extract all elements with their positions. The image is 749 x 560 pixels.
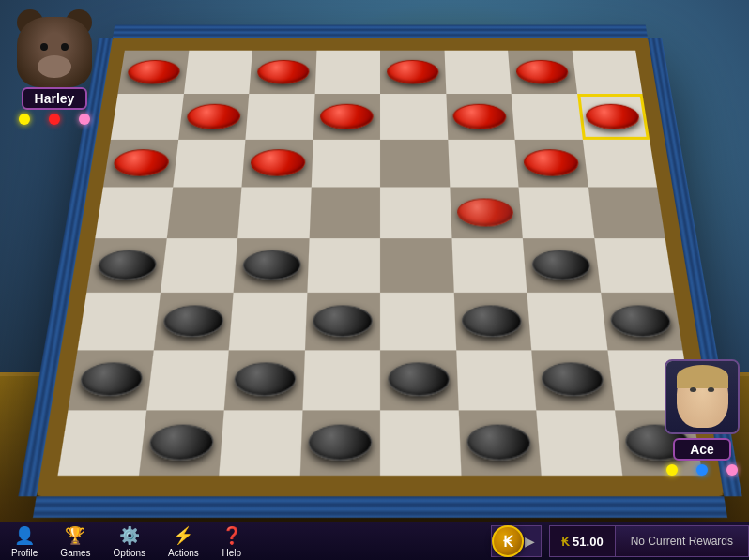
player-avatar	[666, 361, 738, 432]
rail-bottom	[33, 496, 727, 518]
cell-1-6[interactable]	[444, 51, 512, 94]
cell-2-4[interactable]	[313, 94, 380, 140]
rewards-button[interactable]: No Current Rewards	[616, 525, 749, 557]
options-icon: ⚙️	[119, 525, 140, 546]
cell-4-4[interactable]	[309, 188, 380, 238]
player-eyes	[690, 387, 714, 392]
cell-1-8[interactable]	[572, 51, 642, 94]
cell-4-3[interactable]	[237, 188, 311, 238]
cell-4-1[interactable]	[95, 188, 172, 238]
cell-8-6[interactable]	[458, 411, 542, 476]
cell-7-7[interactable]	[531, 350, 614, 411]
player-indicator-1	[666, 464, 678, 476]
cell-5-2[interactable]	[160, 238, 237, 293]
cell-8-4[interactable]	[299, 411, 380, 476]
cell-3-4[interactable]	[311, 139, 380, 187]
cell-3-6[interactable]	[448, 139, 519, 187]
cell-8-2[interactable]	[138, 411, 223, 476]
cell-1-2[interactable]	[183, 51, 252, 94]
player-indicator-3	[726, 464, 738, 476]
cell-7-6[interactable]	[456, 350, 537, 411]
cell-8-7[interactable]	[536, 411, 621, 476]
bear-snout	[38, 55, 71, 78]
cell-6-1[interactable]	[78, 293, 160, 350]
cell-8-1[interactable]	[58, 411, 146, 476]
board-frame	[37, 38, 725, 496]
cell-7-1[interactable]	[68, 350, 153, 411]
cell-4-5[interactable]	[380, 188, 451, 238]
help-icon: ❓	[222, 525, 242, 546]
actions-button[interactable]: ⚡ Actions	[157, 522, 210, 560]
cell-2-3[interactable]	[245, 94, 314, 140]
cell-3-3[interactable]	[241, 139, 313, 187]
cell-2-1[interactable]	[111, 94, 184, 140]
cell-8-5[interactable]	[380, 411, 461, 476]
cell-7-5[interactable]	[380, 350, 458, 411]
cell-1-7[interactable]	[508, 51, 576, 94]
help-button[interactable]: ❓ Help	[210, 522, 253, 560]
player-area: Ace	[665, 359, 740, 476]
cell-5-6[interactable]	[451, 238, 527, 293]
rewards-label: No Current Rewards	[631, 535, 733, 548]
cell-1-1[interactable]	[118, 51, 189, 94]
cell-4-2[interactable]	[166, 188, 241, 238]
token-area: ₭ ▶ ₭ 51.00 No Current Rewards	[491, 525, 749, 557]
cell-6-4[interactable]	[304, 293, 380, 350]
cell-6-3[interactable]	[229, 293, 307, 350]
games-icon: 🏆	[65, 525, 85, 546]
player-eye-left	[690, 387, 696, 392]
cell-3-7[interactable]	[515, 139, 588, 187]
checkerboard[interactable]	[58, 51, 703, 476]
cell-1-4[interactable]	[314, 51, 380, 94]
profile-button[interactable]: 👤 Profile	[0, 522, 49, 560]
game-area: Harley Ace	[0, 0, 749, 522]
cell-7-3[interactable]	[224, 350, 305, 411]
games-button[interactable]: 🏆 Games	[49, 522, 101, 560]
bear-body	[17, 17, 92, 87]
cell-5-3[interactable]	[234, 238, 309, 293]
cell-6-7[interactable]	[527, 293, 606, 350]
cell-1-5[interactable]	[380, 51, 446, 94]
opponent-avatar	[8, 8, 101, 92]
opponent-indicators	[19, 114, 90, 125]
bear-eye-left	[40, 43, 48, 51]
opponent-area: Harley	[8, 8, 101, 125]
cell-5-8[interactable]	[594, 238, 674, 293]
player-head	[677, 367, 728, 428]
opponent-indicator-1	[19, 114, 30, 125]
cell-3-8[interactable]	[582, 139, 657, 187]
cell-3-5[interactable]	[380, 139, 450, 187]
player-indicators	[666, 464, 738, 476]
games-label: Games	[60, 548, 90, 558]
cell-4-8[interactable]	[588, 188, 665, 238]
cell-6-2[interactable]	[153, 293, 233, 350]
options-button[interactable]: ⚙️ Options	[102, 522, 157, 560]
cell-5-4[interactable]	[307, 238, 380, 293]
cell-6-6[interactable]	[453, 293, 531, 350]
player-hair	[677, 365, 728, 388]
cell-2-2[interactable]	[178, 94, 250, 140]
cell-6-5[interactable]	[380, 293, 456, 350]
actions-icon: ⚡	[173, 525, 193, 546]
cell-2-7[interactable]	[512, 94, 583, 140]
cell-2-8-highlighted[interactable]	[577, 94, 650, 140]
cell-7-2[interactable]	[146, 350, 229, 411]
cell-5-1[interactable]	[86, 238, 166, 293]
cell-8-3[interactable]	[219, 411, 302, 476]
player-name: Ace	[690, 442, 714, 457]
cell-6-8[interactable]	[601, 293, 683, 350]
cell-2-5[interactable]	[380, 94, 448, 140]
toolbar: 👤 Profile 🏆 Games ⚙️ Options ⚡ Actions ❓…	[0, 522, 749, 560]
cell-5-7[interactable]	[523, 238, 601, 293]
bear-eye-right	[61, 43, 69, 51]
help-label: Help	[222, 548, 242, 558]
cell-1-3[interactable]	[249, 51, 316, 94]
cell-5-5[interactable]	[380, 238, 453, 293]
coin-area[interactable]: ₭ ▶	[491, 525, 542, 557]
cell-3-2[interactable]	[173, 139, 246, 187]
cell-7-4[interactable]	[302, 350, 380, 411]
cell-2-6[interactable]	[446, 94, 515, 140]
cell-4-6[interactable]	[450, 188, 523, 238]
cell-4-7[interactable]	[519, 188, 594, 238]
cell-3-1[interactable]	[103, 139, 178, 187]
